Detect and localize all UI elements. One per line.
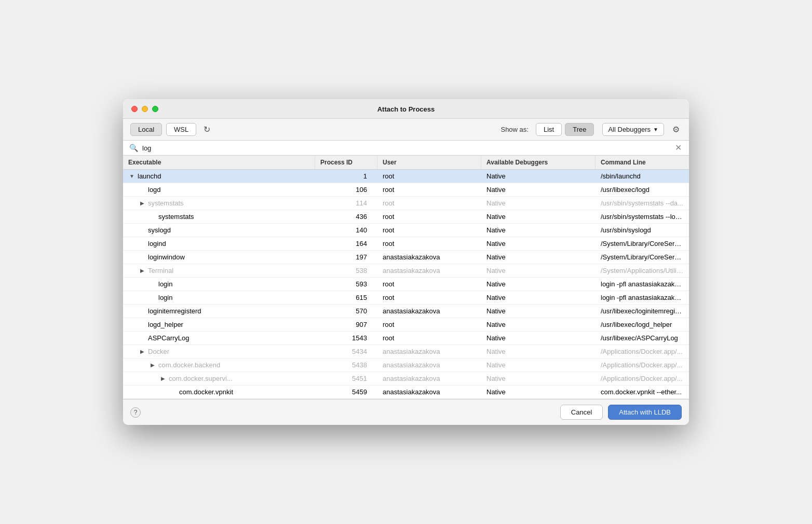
table-row[interactable]: ▼launchd1rootNative/sbin/launchd bbox=[123, 170, 689, 183]
col-pid: Process ID bbox=[315, 156, 377, 169]
cell-user: anastasiakazakova bbox=[377, 372, 481, 385]
cell-command: /usr/sbin/syslogd bbox=[596, 224, 689, 237]
table-row[interactable]: logd_helper907rootNative/usr/libexec/log… bbox=[123, 318, 689, 332]
wsl-button[interactable]: WSL bbox=[166, 123, 196, 136]
gear-button[interactable]: ⚙ bbox=[670, 123, 682, 135]
search-clear-button[interactable]: ✕ bbox=[674, 144, 683, 152]
cell-command: login -pfl anastasiakazako... bbox=[596, 278, 689, 291]
process-name: systemstats bbox=[158, 213, 194, 220]
expand-arrow-icon[interactable]: ▶ bbox=[149, 362, 156, 368]
cell-pid: 164 bbox=[315, 237, 377, 250]
cell-command: /usr/libexec/logd bbox=[596, 183, 689, 196]
table-row[interactable]: ▶com.docker.supervi...5451anastasiakazak… bbox=[123, 372, 689, 385]
table-row[interactable]: login593rootNativelogin -pfl anastasiaka… bbox=[123, 278, 689, 291]
cell-debugger: Native bbox=[481, 251, 596, 264]
process-name: logd_helper bbox=[148, 321, 183, 328]
cell-command: /usr/sbin/systemstats --log... bbox=[596, 210, 689, 223]
help-button[interactable]: ? bbox=[130, 407, 141, 418]
cell-user: root bbox=[377, 170, 481, 183]
cell-pid: 5459 bbox=[315, 385, 377, 398]
cell-command: /Applications/Docker.app/... bbox=[596, 345, 689, 358]
cell-debugger: Native bbox=[481, 305, 596, 318]
cell-executable: systemstats bbox=[123, 210, 315, 223]
cell-command: /usr/libexec/logd_helper bbox=[596, 318, 689, 331]
expand-arrow-icon[interactable]: ▶ bbox=[139, 268, 146, 273]
refresh-button[interactable]: ↻ bbox=[200, 123, 213, 135]
cell-debugger: Native bbox=[481, 264, 596, 277]
cell-user: root bbox=[377, 291, 481, 304]
cell-executable: ▶systemstats bbox=[123, 197, 315, 210]
table-row[interactable]: ▶Docker5434anastasiakazakovaNative/Appli… bbox=[123, 345, 689, 358]
footer: ? Cancel Attach with LLDB bbox=[123, 399, 689, 425]
expand-arrow-icon[interactable]: ▼ bbox=[128, 173, 136, 179]
cell-debugger: Native bbox=[481, 332, 596, 344]
cancel-button[interactable]: Cancel bbox=[560, 405, 603, 420]
cell-debugger: Native bbox=[481, 385, 596, 398]
cell-executable: ▶Docker bbox=[123, 345, 315, 358]
table-row[interactable]: loginitemregisterd570anastasiakazakovaNa… bbox=[123, 305, 689, 318]
cell-debugger: Native bbox=[481, 345, 596, 358]
tree-view-button[interactable]: Tree bbox=[565, 123, 594, 136]
cell-debugger: Native bbox=[481, 183, 596, 196]
cell-debugger: Native bbox=[481, 197, 596, 210]
footer-right: Cancel Attach with LLDB bbox=[560, 405, 682, 420]
col-user: User bbox=[377, 156, 481, 169]
cell-pid: 615 bbox=[315, 291, 377, 304]
cell-pid: 5434 bbox=[315, 345, 377, 358]
cell-debugger: Native bbox=[481, 210, 596, 223]
table-row[interactable]: syslogd140rootNative/usr/sbin/syslogd bbox=[123, 224, 689, 237]
table-row[interactable]: systemstats436rootNative/usr/sbin/system… bbox=[123, 210, 689, 224]
cell-executable: loginitemregisterd bbox=[123, 305, 315, 318]
cell-user: anastasiakazakova bbox=[377, 358, 481, 371]
col-debuggers: Available Debuggers bbox=[481, 156, 596, 169]
cell-executable: login bbox=[123, 291, 315, 304]
expand-arrow-icon[interactable]: ▶ bbox=[139, 200, 146, 206]
table-row[interactable]: login615rootNativelogin -pfl anastasiaka… bbox=[123, 291, 689, 305]
attach-lldb-button[interactable]: Attach with LLDB bbox=[608, 405, 682, 420]
cell-debugger: Native bbox=[481, 237, 596, 250]
minimize-button[interactable] bbox=[142, 106, 148, 112]
process-name: com.docker.vpnkit bbox=[179, 388, 233, 396]
process-list: ▼launchd1rootNative/sbin/launchdlogd106r… bbox=[123, 170, 689, 399]
process-name: login bbox=[158, 280, 172, 288]
table-row[interactable]: logd106rootNative/usr/libexec/logd bbox=[123, 183, 689, 197]
table-row[interactable]: ▶com.docker.backend5438anastasiakazakova… bbox=[123, 358, 689, 372]
cell-command: /usr/libexec/ASPCarryLog bbox=[596, 332, 689, 344]
show-as-group: List Tree bbox=[536, 123, 594, 136]
attach-to-process-window: Attach to Process Local WSL ↻ Show as: L… bbox=[123, 99, 689, 425]
expand-arrow-icon[interactable]: ▶ bbox=[139, 349, 146, 354]
table-row[interactable]: loginwindow197anastasiakazakovaNative/Sy… bbox=[123, 251, 689, 264]
table-row[interactable]: ▶systemstats114rootNative/usr/sbin/syste… bbox=[123, 197, 689, 210]
show-as-label: Show as: bbox=[500, 126, 528, 133]
expand-arrow-icon[interactable]: ▶ bbox=[159, 376, 167, 381]
close-button[interactable] bbox=[131, 106, 138, 112]
cell-command: com.docker.vpnkit --ether... bbox=[596, 385, 689, 398]
table-row[interactable]: logind164rootNative/System/Library/CoreS… bbox=[123, 237, 689, 251]
process-name: logind bbox=[148, 240, 166, 247]
cell-pid: 593 bbox=[315, 278, 377, 291]
cell-pid: 5438 bbox=[315, 358, 377, 371]
table-row[interactable]: ▶Terminal538anastasiakazakovaNative/Syst… bbox=[123, 264, 689, 278]
chevron-down-icon: ▼ bbox=[653, 127, 658, 132]
table-row[interactable]: com.docker.vpnkit5459anastasiakazakovaNa… bbox=[123, 385, 689, 399]
cell-debugger: Native bbox=[481, 278, 596, 291]
table-row[interactable]: ASPCarryLog1543rootNative/usr/libexec/AS… bbox=[123, 332, 689, 345]
cell-user: anastasiakazakova bbox=[377, 385, 481, 398]
process-name: loginitemregisterd bbox=[148, 307, 201, 315]
cell-command: /Applications/Docker.app/... bbox=[596, 372, 689, 385]
process-name: systemstats bbox=[148, 199, 184, 207]
debuggers-dropdown[interactable]: All Debuggers ▼ bbox=[602, 123, 664, 136]
search-input[interactable] bbox=[142, 144, 670, 152]
cell-pid: 1 bbox=[315, 170, 377, 183]
col-executable: Executable bbox=[123, 156, 315, 169]
list-view-button[interactable]: List bbox=[536, 123, 562, 136]
maximize-button[interactable] bbox=[152, 106, 158, 112]
cell-command: login -pfl anastasiakazako... bbox=[596, 291, 689, 304]
cell-executable: ▶Terminal bbox=[123, 264, 315, 277]
cell-pid: 1543 bbox=[315, 332, 377, 344]
local-button[interactable]: Local bbox=[130, 123, 162, 136]
cell-pid: 197 bbox=[315, 251, 377, 264]
cell-user: root bbox=[377, 332, 481, 344]
cell-pid: 114 bbox=[315, 197, 377, 210]
cell-user: root bbox=[377, 318, 481, 331]
